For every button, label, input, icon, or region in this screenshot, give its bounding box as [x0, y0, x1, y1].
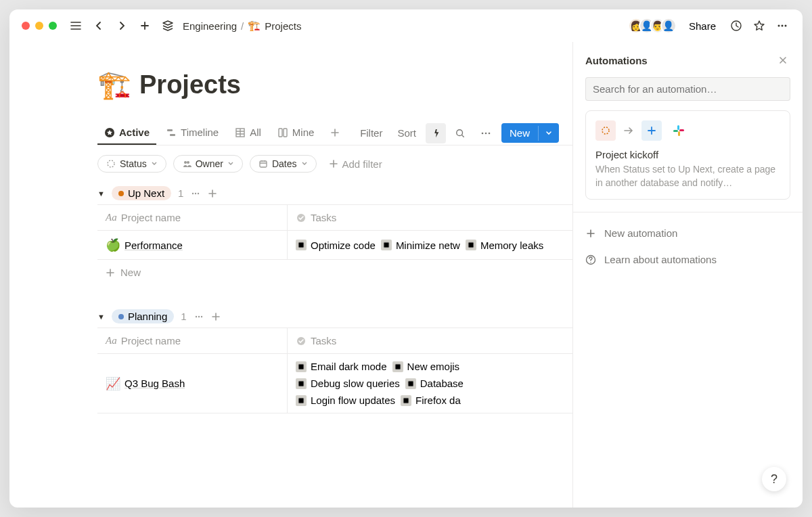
chevron-down-icon: [301, 160, 308, 167]
page-title: 🏗️ Projects: [97, 69, 572, 101]
filter-label: Status: [120, 158, 147, 169]
collapse-toggle[interactable]: ▼: [97, 313, 105, 321]
maximize-window[interactable]: [49, 22, 57, 30]
task-chip[interactable]: Debug slow queries: [296, 378, 400, 389]
layers-icon[interactable]: [160, 18, 176, 34]
back-icon[interactable]: [91, 18, 107, 34]
table-row[interactable]: 📈 Q3 Bug Bash Email dark mode New emojis: [97, 354, 572, 413]
group-add-icon[interactable]: [211, 312, 221, 321]
table-icon: [235, 127, 246, 138]
close-window[interactable]: [22, 22, 30, 30]
group-name-pill[interactable]: Up Next: [112, 186, 171, 200]
svg-point-3: [785, 25, 787, 27]
cell-tasks: Email dark mode New emojis Debug slow qu…: [287, 354, 572, 413]
filter-button[interactable]: Filter: [355, 123, 388, 143]
task-chip[interactable]: Email dark mode: [296, 361, 387, 372]
task-chip[interactable]: New emojis: [392, 361, 460, 372]
cell-name[interactable]: 🍏 Performance: [97, 231, 287, 259]
task-chip[interactable]: Optimize code: [296, 240, 376, 251]
topbar: Engineering / 🏗️ Projects 👩 👤 👨 👤 Share: [9, 9, 803, 42]
group-more-icon[interactable]: [190, 188, 201, 199]
new-button-label[interactable]: New: [501, 123, 538, 143]
task-label: Email dark mode: [311, 361, 387, 372]
learn-automations-link[interactable]: Learn about automations: [585, 251, 790, 268]
page-icon: [381, 240, 392, 250]
search-input[interactable]: [593, 83, 783, 95]
tab-label: All: [250, 127, 261, 138]
group-add-icon[interactable]: [208, 189, 217, 198]
task-chip[interactable]: Minimize netw: [381, 240, 460, 251]
automation-card[interactable]: Project kickoff When Status set to Up Ne…: [585, 110, 790, 200]
status-dot: [118, 314, 124, 319]
project-name[interactable]: Q3 Bug Bash: [125, 378, 185, 389]
project-name[interactable]: Performance: [125, 240, 183, 251]
new-row-button[interactable]: New: [97, 260, 572, 285]
hamburger-menu-icon[interactable]: [68, 18, 84, 34]
sort-button[interactable]: Sort: [392, 123, 422, 143]
page-title-text[interactable]: Projects: [139, 70, 241, 99]
svg-rect-33: [298, 364, 304, 369]
plus-icon: [641, 120, 662, 141]
svg-rect-48: [679, 129, 684, 131]
add-view-button[interactable]: [323, 121, 346, 145]
forward-icon[interactable]: [114, 18, 130, 34]
breadcrumb-page[interactable]: Projects: [265, 20, 301, 32]
column-header-tasks[interactable]: Tasks: [287, 328, 572, 353]
close-icon[interactable]: [775, 53, 790, 68]
svg-point-11: [482, 132, 484, 134]
tab-label: Timeline: [181, 127, 219, 138]
automations-icon[interactable]: [426, 123, 446, 143]
group-name-pill[interactable]: Planning: [112, 309, 174, 323]
column-header-name[interactable]: Aa Project name: [97, 328, 287, 353]
collapse-toggle[interactable]: ▼: [97, 189, 105, 198]
task-label: Debug slow queries: [311, 378, 400, 389]
cell-name[interactable]: 📈 Q3 Bug Bash: [97, 354, 287, 413]
task-chip[interactable]: Memory leaks: [466, 240, 543, 251]
filter-status[interactable]: Status: [97, 155, 166, 173]
new-automation-button[interactable]: New automation: [585, 225, 790, 242]
more-icon[interactable]: [774, 18, 790, 34]
minimize-window[interactable]: [35, 22, 43, 30]
task-chip[interactable]: Login flow updates: [296, 395, 395, 406]
filter-dates[interactable]: Dates: [250, 155, 317, 173]
new-button-dropdown[interactable]: [538, 126, 559, 141]
new-page-icon[interactable]: [137, 18, 153, 34]
table: Aa Project name Tasks 🍏 Performance Opti…: [97, 204, 572, 285]
breadcrumb-parent[interactable]: Engineering: [183, 20, 237, 32]
filter-owner[interactable]: Owner: [173, 155, 243, 173]
svg-point-44: [602, 127, 609, 134]
star-filled-icon: [104, 127, 115, 138]
status-dot: [118, 191, 124, 196]
avatar: 👤: [660, 18, 677, 34]
tab-timeline[interactable]: Timeline: [159, 121, 225, 145]
svg-rect-37: [298, 381, 304, 386]
automation-search[interactable]: [585, 77, 790, 101]
svg-point-18: [192, 192, 194, 194]
tab-all[interactable]: All: [228, 121, 268, 145]
tab-label: Mine: [292, 127, 315, 138]
table-row[interactable]: 🍏 Performance Optimize code Minimize net…: [97, 231, 572, 260]
svg-point-20: [198, 192, 199, 194]
star-icon[interactable]: [751, 18, 767, 34]
search-icon[interactable]: [450, 123, 470, 143]
breadcrumb-separator: /: [241, 20, 244, 32]
column-header-name[interactable]: Aa Project name: [97, 205, 287, 230]
svg-point-29: [198, 315, 199, 317]
svg-rect-41: [298, 398, 304, 403]
svg-rect-23: [298, 242, 304, 248]
group-more-icon[interactable]: [194, 311, 204, 322]
share-button[interactable]: Share: [683, 18, 721, 35]
add-filter-button[interactable]: Add filter: [323, 156, 388, 173]
help-button[interactable]: ?: [762, 467, 786, 491]
clock-icon[interactable]: [728, 18, 744, 34]
task-chip[interactable]: Database: [405, 378, 464, 389]
automations-panel: Automations: [572, 42, 803, 508]
task-chip[interactable]: Firefox da: [401, 395, 461, 406]
tab-active[interactable]: Active: [97, 121, 156, 145]
page-icon: [405, 378, 416, 389]
tab-mine[interactable]: Mine: [271, 121, 321, 145]
collaborator-avatars[interactable]: 👩 👤 👨 👤: [633, 18, 677, 34]
more-options-icon[interactable]: [474, 123, 497, 143]
column-header-tasks[interactable]: Tasks: [287, 205, 572, 230]
page-icon[interactable]: 🏗️: [97, 69, 131, 101]
